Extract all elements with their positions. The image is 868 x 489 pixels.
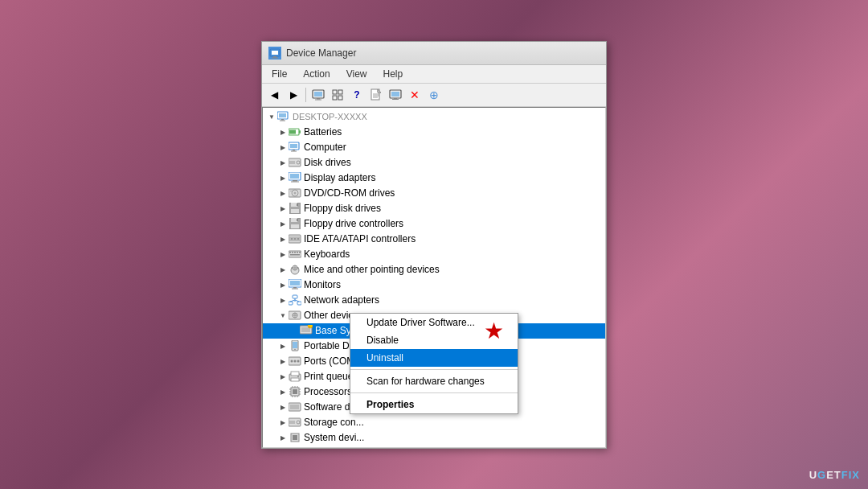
processors-label: Processors: [304, 386, 352, 397]
svg-rect-86: [293, 342, 297, 348]
svg-rect-49: [291, 218, 297, 222]
back-button[interactable]: ◀: [265, 86, 283, 104]
device-tree[interactable]: ▼ DESKTOP-XXXXX ▶: [262, 107, 606, 448]
keyboards-expand-icon: ▶: [277, 249, 289, 260]
monitor-icon: [289, 278, 301, 291]
base-system-expand-icon: [289, 325, 300, 336]
tree-item-dvd[interactable]: ▶ DVD/CD-ROM drives: [263, 186, 605, 201]
tree-item-system-devices[interactable]: ▶ System devi...: [263, 430, 605, 446]
svg-rect-27: [299, 130, 301, 134]
print-icon: [289, 370, 301, 383]
floppy-expand-icon: ▶: [277, 203, 289, 214]
tree-item-floppy-ctrl[interactable]: ▶ Floppy drive controllers: [263, 216, 605, 232]
svg-rect-42: [290, 191, 293, 191]
tree-item-keyboards[interactable]: ▶ Keyboards: [263, 247, 605, 262]
svg-rect-60: [297, 252, 298, 253]
other-devices-icon: [289, 309, 301, 322]
svg-rect-8: [333, 90, 337, 94]
disk-expand-icon: ▶: [277, 157, 289, 168]
toolbar-btn-delete[interactable]: ✕: [406, 86, 424, 104]
computer-expand-icon: ▶: [277, 142, 289, 153]
ide-icon: [289, 232, 301, 245]
tree-item-network[interactable]: ▶ Network adapters: [263, 293, 605, 308]
dvd-icon: [289, 187, 301, 199]
svg-rect-93: [291, 372, 299, 376]
toolbar-btn-computer[interactable]: [309, 86, 327, 104]
network-expand-icon: ▶: [277, 294, 289, 306]
tree-item-mice[interactable]: ▶ Mice and other pointing devices: [263, 262, 605, 277]
context-disable[interactable]: Disable: [350, 331, 518, 349]
dvd-expand-icon: ▶: [277, 187, 289, 199]
svg-rect-6: [317, 98, 320, 100]
tree-item-ide[interactable]: ▶ IDE ATA/ATAPI controllers: [263, 232, 605, 247]
svg-rect-70: [292, 289, 298, 290]
tree-item-storage[interactable]: ▶ Storage con...: [263, 415, 605, 430]
context-update-driver[interactable]: Update Driver Software...: [350, 314, 518, 331]
system-expand-icon: ▶: [277, 432, 289, 443]
processors-expand-icon: ▶: [277, 386, 289, 397]
tree-item-display-adapters[interactable]: ▶ Display adapters: [263, 171, 605, 186]
svg-point-87: [294, 349, 296, 351]
svg-rect-73: [297, 302, 301, 305]
svg-rect-26: [289, 130, 296, 134]
floppy-ctrl-label: Floppy drive controllers: [304, 218, 403, 229]
other-expand-icon: ▼: [277, 310, 289, 321]
svg-rect-57: [289, 252, 291, 253]
svg-rect-18: [391, 92, 399, 97]
toolbar-btn-help[interactable]: ?: [348, 86, 366, 104]
root-expand-icon: ▼: [266, 111, 277, 122]
keyboard-icon: [289, 248, 301, 261]
software-icon: [289, 401, 301, 413]
forward-button[interactable]: ▶: [285, 86, 302, 104]
menu-help[interactable]: Help: [377, 67, 410, 81]
ports-expand-icon: ▶: [277, 355, 289, 367]
storage-expand-icon: ▶: [277, 417, 289, 428]
context-scan[interactable]: Scan for hardware changes: [350, 372, 518, 390]
svg-line-76: [295, 300, 299, 302]
svg-rect-94: [291, 378, 299, 381]
svg-rect-31: [291, 151, 297, 152]
svg-rect-29: [290, 144, 297, 148]
svg-point-53: [291, 238, 293, 240]
svg-rect-24: [280, 121, 285, 121]
batteries-label: Batteries: [304, 126, 342, 138]
toolbar-btn-refresh[interactable]: ⊕: [425, 86, 443, 104]
print-expand-icon: ▶: [277, 371, 289, 382]
monitors-label: Monitors: [304, 279, 341, 290]
svg-rect-69: [293, 287, 297, 289]
tree-item-floppy[interactable]: ▶ Floppy disk drives: [263, 201, 605, 216]
svg-rect-44: [291, 209, 299, 213]
tree-item-monitors[interactable]: ▶ Monitors: [263, 277, 605, 293]
menu-file[interactable]: File: [265, 67, 293, 81]
svg-rect-11: [338, 96, 342, 100]
system-devices-label: System devi...: [304, 432, 364, 443]
context-uninstall[interactable]: Uninstall: [350, 349, 518, 367]
root-label: DESKTOP-XXXXX: [293, 112, 367, 121]
tree-item-computer[interactable]: ▶ Computer: [263, 140, 605, 155]
context-properties[interactable]: Properties: [350, 396, 518, 413]
toolbar-btn-doc[interactable]: [367, 86, 385, 104]
toolbar: ◀ ▶ ?: [262, 84, 606, 107]
tree-item-batteries[interactable]: ▶ Batteries: [263, 125, 605, 140]
svg-rect-7: [315, 99, 321, 100]
menu-view[interactable]: View: [340, 67, 374, 81]
floppy-icon: [289, 202, 301, 215]
network-icon: [289, 294, 301, 306]
mice-expand-icon: ▶: [277, 264, 289, 275]
menu-action[interactable]: Action: [297, 67, 336, 81]
svg-rect-23: [281, 119, 284, 121]
floppy-ctrl-icon: [289, 217, 301, 230]
software-expand-icon: ▶: [277, 401, 289, 413]
svg-rect-61: [299, 252, 301, 253]
svg-point-55: [297, 238, 299, 240]
toolbar-btn-monitor[interactable]: [387, 86, 404, 104]
portable-expand-icon: ▶: [277, 340, 289, 351]
tree-item-disk-drives[interactable]: ▶ Disk drives: [263, 155, 605, 171]
svg-rect-48: [291, 224, 299, 228]
tree-root[interactable]: ▼ DESKTOP-XXXXX: [263, 109, 605, 125]
svg-rect-5: [314, 92, 322, 97]
svg-rect-97: [293, 389, 297, 394]
ide-expand-icon: ▶: [277, 233, 289, 244]
toolbar-btn-grid[interactable]: [329, 86, 346, 104]
ide-label: IDE ATA/ATAPI controllers: [304, 233, 416, 244]
